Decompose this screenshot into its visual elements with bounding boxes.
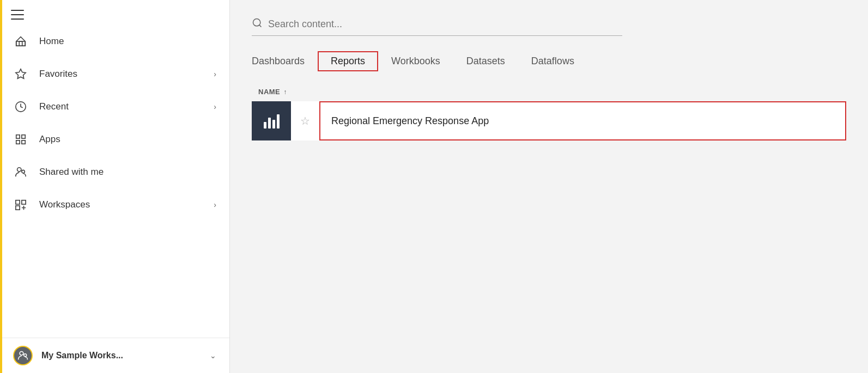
svg-point-14 <box>253 19 260 26</box>
tab-workbooks[interactable]: Workbooks <box>378 51 453 71</box>
star-favorite-cell[interactable]: ☆ <box>291 114 319 127</box>
svg-rect-9 <box>16 200 20 204</box>
sidebar-item-workspaces[interactable]: Workspaces › <box>0 188 229 221</box>
svg-rect-5 <box>16 140 20 144</box>
svg-rect-6 <box>22 140 25 144</box>
sidebar-item-home[interactable]: Home <box>0 25 229 58</box>
svg-rect-3 <box>16 135 20 138</box>
bar-chart-icon <box>264 113 280 129</box>
favorite-star-icon[interactable]: ☆ <box>300 114 310 127</box>
shared-icon <box>13 164 28 180</box>
sidebar-item-apps-label: Apps <box>39 134 60 145</box>
sort-ascending-icon[interactable]: ↑ <box>283 88 287 96</box>
clock-icon <box>13 99 28 114</box>
search-input[interactable] <box>268 19 541 30</box>
sidebar-item-recent[interactable]: Recent › <box>0 90 229 123</box>
workspaces-icon <box>13 197 28 212</box>
chevron-right-icon: › <box>214 70 216 78</box>
svg-point-8 <box>22 170 25 173</box>
search-icon <box>252 17 263 31</box>
workspace-item[interactable]: My Sample Works... ⌄ <box>0 338 229 373</box>
tabs-row: Dashboards Reports Workbooks Datasets Da… <box>252 51 846 71</box>
main-content: Dashboards Reports Workbooks Datasets Da… <box>230 0 868 373</box>
sidebar-item-favorites[interactable]: Favorites › <box>0 58 229 90</box>
svg-point-12 <box>20 352 23 356</box>
report-icon-cell <box>252 101 291 140</box>
workspace-name: My Sample Works... <box>41 351 210 360</box>
home-icon <box>13 34 28 49</box>
chevron-down-icon: ⌄ <box>210 351 216 360</box>
hamburger-menu[interactable] <box>0 0 229 25</box>
report-name-label: Regional Emergency Response App <box>331 115 489 127</box>
sidebar-item-apps[interactable]: Apps <box>0 123 229 156</box>
tab-reports[interactable]: Reports <box>318 51 378 71</box>
report-name-cell[interactable]: Regional Emergency Response App <box>319 101 846 140</box>
svg-rect-4 <box>22 135 25 138</box>
sidebar-item-recent-label: Recent <box>39 101 69 112</box>
tab-dataflows[interactable]: Dataflows <box>518 51 587 71</box>
chevron-right-icon: › <box>214 102 216 111</box>
sidebar-item-workspaces-label: Workspaces <box>39 199 90 210</box>
tab-datasets[interactable]: Datasets <box>453 51 518 71</box>
svg-rect-11 <box>16 206 20 210</box>
chevron-right-icon: › <box>214 200 216 209</box>
table-header: NAME ↑ <box>252 82 846 101</box>
sidebar: Home Favorites › Recent › <box>0 0 230 373</box>
sidebar-item-shared-label: Shared with me <box>39 167 104 178</box>
svg-rect-0 <box>16 41 26 46</box>
table-row: ☆ Regional Emergency Response App <box>252 101 846 140</box>
sidebar-item-shared[interactable]: Shared with me <box>0 156 229 188</box>
svg-marker-1 <box>16 69 26 78</box>
svg-point-13 <box>24 354 27 357</box>
hamburger-icon[interactable] <box>11 10 24 20</box>
column-name-label: NAME <box>258 88 280 96</box>
svg-line-15 <box>259 25 262 27</box>
apps-icon <box>13 132 28 147</box>
sidebar-item-favorites-label: Favorites <box>39 69 77 80</box>
sidebar-nav: Home Favorites › Recent › <box>0 25 229 338</box>
star-icon <box>13 66 28 82</box>
sidebar-item-home-label: Home <box>39 36 64 47</box>
search-container <box>252 17 622 36</box>
svg-rect-10 <box>22 200 26 204</box>
svg-point-7 <box>17 168 21 172</box>
workspace-avatar <box>13 346 33 365</box>
tab-dashboards[interactable]: Dashboards <box>252 51 318 71</box>
